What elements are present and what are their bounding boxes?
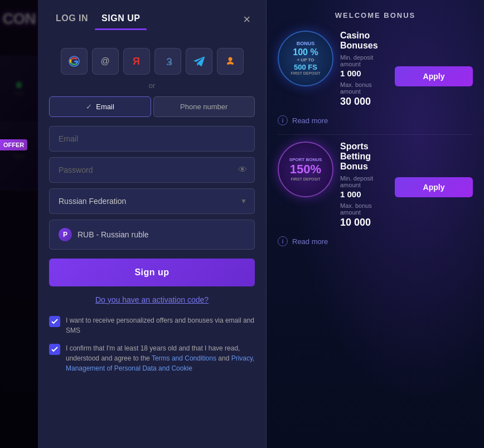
yandex-social-btn[interactable]: Я [123,48,150,75]
offer-badge: OFFER [0,139,27,150]
sports-max-bonus-amount: 10 000 [340,217,388,228]
age-checkbox[interactable] [49,344,60,355]
sports-max-bonus-label: Max. bonus amount [340,202,388,216]
activation-code-link[interactable]: Do you have an activation code? [49,295,255,304]
telegram-social-btn[interactable] [186,48,212,75]
svg-point-1 [228,57,232,61]
bonus-divider [278,134,473,135]
casino-badge-inner: BONUS 100 % + UP TO 500 FS FIRST DEPOSIT [291,41,321,76]
sports-badge-inner: SPORT BONUS 150% FIRST DEPOSIT [289,157,322,182]
casino-badge: BONUS 100 % + UP TO 500 FS FIRST DEPOSIT [278,31,333,86]
yandex-icon: Я [133,56,140,67]
currency-text: RUB - Russian ruble [78,230,149,239]
sports-apply-col: Apply [395,142,473,197]
email-type-tab[interactable]: ✓ Email [49,96,151,117]
or-divider: or [49,81,255,90]
vk-social-btn[interactable] [154,48,181,75]
ok-social-btn[interactable] [217,48,244,75]
sports-bonus-info: Sports Betting Bonus Min. deposit amount… [340,142,388,232]
google-social-btn[interactable] [61,48,88,75]
age-checkbox-label: I confirm that I'm at least 18 years old… [66,343,255,373]
casino-badge-bonus-label: BONUS [291,41,321,47]
sports-bonus-title: Sports Betting Bonus [340,142,388,172]
sports-badge-deposit: FIRST DEPOSIT [289,177,322,182]
casino-badge-deposit: FIRST DEPOSIT [291,71,321,76]
modal-body: @ Я or [38,39,266,448]
casino-read-more[interactable]: Read more [292,116,328,125]
sports-bonus-footer: i Read more [278,236,473,246]
casino-bonus-title: Casino Bonuses [340,31,388,51]
signup-modal: LOG IN SIGN UP × @ Я [38,0,267,448]
casino-badge-up: + UP TO [291,57,321,63]
casino-min-deposit-label: Min. deposit amount [340,54,388,67]
signup-tab[interactable]: SIGN UP [95,9,147,30]
casino-min-deposit-amount: 1 000 [340,69,388,78]
password-input[interactable] [49,157,255,183]
sports-badge-percent: 150% [289,162,322,177]
sports-min-deposit-amount: 1 000 [340,189,388,199]
and-text: and [218,354,231,362]
casino-badge-fs: 500 FS [291,63,321,72]
casino-badge-percent: 100 % [291,47,321,57]
offers-checkbox[interactable] [49,316,60,327]
type-tabs: ✓ Email Phone number [49,96,255,117]
modal-header: LOG IN SIGN UP × [38,0,266,39]
sports-read-more[interactable]: Read more [292,237,328,246]
casino-info-icon[interactable]: i [278,115,288,125]
social-row: @ Я [49,48,255,75]
email-alt-icon: @ [100,56,109,66]
casino-bonus-info: Casino Bonuses Min. deposit amount 1 000… [340,31,388,111]
email-alt-social-btn[interactable]: @ [92,48,119,75]
casino-bonus-footer: i Read more [278,115,473,125]
age-check-icon [51,346,58,353]
terms-link[interactable]: Terms and Conditions [152,354,216,362]
casino-apply-col: Apply [395,31,473,86]
sports-bonus-card: SPORT BONUS 150% FIRST DEPOSIT Sports Be… [278,142,473,232]
age-checkbox-row: I confirm that I'm at least 18 years old… [49,343,255,373]
offers-checkbox-row: I want to receive personalized offers an… [49,315,255,335]
casino-max-bonus-amount: 30 000 [340,96,388,108]
offers-checkbox-label: I want to receive personalized offers an… [66,315,255,335]
currency-icon: P [59,228,72,241]
phone-type-tab[interactable]: Phone number [153,96,255,117]
signup-button[interactable]: Sign up [49,259,255,286]
offers-check-icon [51,318,58,325]
close-button[interactable]: × [239,11,255,28]
email-input[interactable] [49,126,255,152]
sports-badge-sport-label: SPORT BONUS [289,157,322,163]
currency-row: P RUB - Russian ruble [49,220,255,250]
right-panel: WELCOME BONUS BONUS 100 % + UP TO 500 FS… [267,0,484,448]
welcome-bonus-title: WELCOME BONUS [278,11,473,20]
casino-bonus-card: BONUS 100 % + UP TO 500 FS FIRST DEPOSIT… [278,31,473,111]
phone-tab-label: Phone number [180,103,228,111]
casino-apply-button[interactable]: Apply [395,66,473,86]
email-tab-label: Email [96,103,114,111]
welcome-bonus-section: WELCOME BONUS BONUS 100 % + UP TO 500 FS… [267,0,484,257]
country-wrapper: Russian Federation ▼ [49,188,255,214]
country-select[interactable]: Russian Federation [49,188,255,214]
sports-min-deposit-label: Min. deposit amount [340,175,388,188]
eye-icon[interactable]: 👁 [238,165,247,175]
login-tab[interactable]: LOG IN [49,9,95,30]
sports-badge: SPORT BONUS 150% FIRST DEPOSIT [278,142,333,197]
sports-apply-button[interactable]: Apply [395,177,473,197]
email-check-icon: ✓ [86,103,92,111]
sports-info-icon[interactable]: i [278,236,288,246]
casino-max-bonus-label: Max. bonus amount [340,81,388,95]
password-wrapper: 👁 [49,157,255,183]
